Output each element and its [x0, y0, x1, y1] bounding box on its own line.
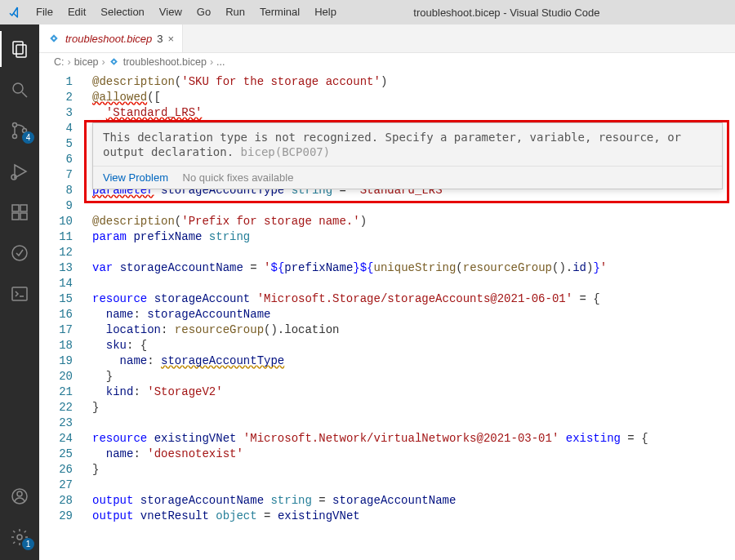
- settings-badge: 1: [22, 538, 34, 550]
- code-editor[interactable]: 1 2 3 4 5 6 7 8 9 10 11 12 13 14: [39, 71, 735, 560]
- breadcrumbs[interactable]: C: › bicep › troubleshoot.bicep › ...: [39, 53, 735, 71]
- svg-point-13: [12, 246, 27, 260]
- svg-point-16: [17, 491, 22, 496]
- menu-view[interactable]: View: [152, 0, 189, 24]
- activity-testing[interactable]: [0, 235, 39, 271]
- svg-rect-10: [12, 213, 19, 220]
- breadcrumb-seg-file[interactable]: troubleshoot.bicep: [123, 56, 207, 68]
- chevron-right-icon: ›: [68, 56, 71, 68]
- svg-rect-11: [20, 213, 27, 220]
- line-number-gutter: 1 2 3 4 5 6 7 8 9 10 11 12 13 14: [39, 71, 84, 524]
- activity-terminal-shortcut[interactable]: [0, 276, 39, 312]
- menu-bar: File Edit Selection View Go Run Terminal…: [29, 0, 344, 24]
- tab-filename: troubleshoot.bicep: [65, 33, 152, 45]
- activity-extensions[interactable]: [0, 194, 39, 230]
- svg-point-2: [13, 83, 23, 93]
- vscode-logo-icon: [0, 6, 29, 19]
- activity-settings[interactable]: 1: [0, 519, 39, 555]
- tab-problem-count: 3: [157, 33, 163, 45]
- svg-rect-12: [20, 205, 27, 211]
- svg-rect-14: [12, 287, 27, 300]
- menu-file[interactable]: File: [29, 0, 60, 24]
- activity-search[interactable]: [0, 72, 39, 108]
- svg-rect-9: [12, 205, 19, 211]
- error-hover-popup: This declaration type is not recognized.…: [92, 122, 723, 189]
- menu-selection[interactable]: Selection: [93, 0, 151, 24]
- tab-bar: troubleshoot.bicep 3 ×: [39, 24, 735, 53]
- activity-account[interactable]: [0, 478, 39, 514]
- breadcrumb-seg-root[interactable]: C:: [54, 56, 65, 68]
- tab-troubleshoot-bicep[interactable]: troubleshoot.bicep 3 ×: [39, 24, 183, 52]
- menu-run[interactable]: Run: [218, 0, 252, 24]
- svg-point-4: [13, 123, 17, 127]
- chevron-right-icon: ›: [102, 56, 105, 68]
- menu-help[interactable]: Help: [307, 0, 344, 24]
- bicep-file-icon: [109, 56, 120, 68]
- window-title: troubleshoot.bicep - Visual Studio Code: [344, 7, 735, 19]
- activity-run-debug[interactable]: [0, 153, 39, 189]
- no-quick-fixes-label: No quick fixes available: [183, 171, 294, 184]
- menu-edit[interactable]: Edit: [60, 0, 93, 24]
- activity-explorer[interactable]: [0, 31, 39, 67]
- svg-point-17: [17, 535, 22, 540]
- bicep-file-icon: [47, 32, 60, 45]
- breadcrumb-seg-folder[interactable]: bicep: [74, 56, 99, 68]
- svg-point-5: [13, 135, 17, 139]
- svg-rect-0: [13, 42, 23, 54]
- error-message: This declaration type is not recognized.…: [93, 123, 722, 166]
- view-problem-link[interactable]: View Problem: [103, 171, 168, 184]
- activity-bar: 4 1: [0, 24, 39, 560]
- editor-area: troubleshoot.bicep 3 × C: › bicep › trou…: [39, 24, 735, 560]
- svg-rect-1: [16, 45, 26, 57]
- activity-source-control[interactable]: 4: [0, 113, 39, 149]
- chevron-right-icon: ›: [210, 56, 213, 68]
- breadcrumb-tail[interactable]: ...: [216, 56, 225, 68]
- svg-line-3: [22, 92, 27, 97]
- tab-close-icon[interactable]: ×: [167, 33, 174, 45]
- source-control-badge: 4: [22, 131, 34, 144]
- menu-terminal[interactable]: Terminal: [252, 0, 307, 24]
- menu-go[interactable]: Go: [189, 0, 218, 24]
- title-bar: File Edit Selection View Go Run Terminal…: [0, 0, 735, 24]
